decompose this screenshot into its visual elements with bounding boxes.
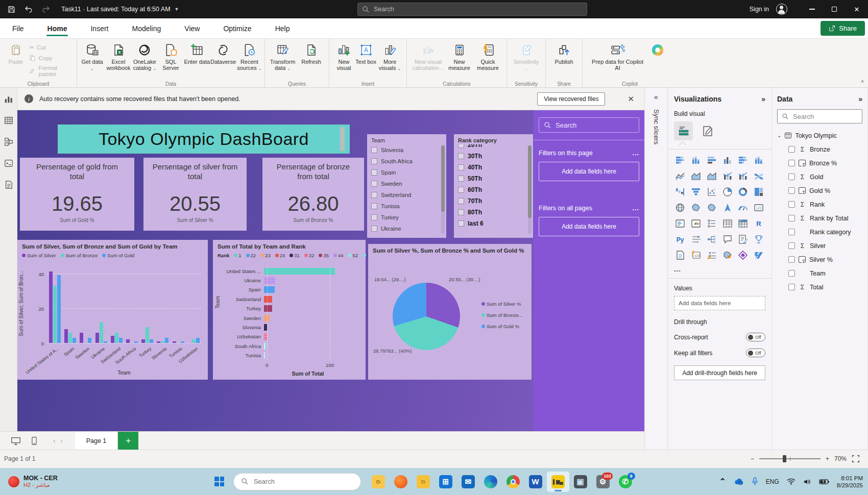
desktop-layout-icon[interactable] bbox=[9, 434, 22, 448]
clustered-bar-chart-icon[interactable] bbox=[706, 154, 718, 166]
document-title[interactable]: Task11 · Last saved: Today at 6:50 AM bbox=[61, 6, 171, 13]
paginated-report-icon[interactable] bbox=[674, 249, 686, 261]
checkbox[interactable] bbox=[371, 181, 377, 187]
ribbon-chart-icon[interactable] bbox=[753, 170, 765, 182]
checkbox[interactable] bbox=[458, 164, 464, 170]
maximize-button[interactable] bbox=[823, 0, 846, 18]
bar[interactable] bbox=[181, 341, 184, 343]
wifi-icon[interactable] bbox=[787, 478, 795, 485]
bar[interactable] bbox=[68, 333, 72, 343]
legend-item[interactable]: 32 bbox=[304, 253, 315, 258]
scrollbar[interactable] bbox=[441, 145, 445, 234]
filled-map-icon[interactable] bbox=[690, 202, 702, 214]
rank-slicer-item[interactable]: 60Th bbox=[458, 184, 529, 195]
treemap-icon[interactable] bbox=[753, 186, 765, 198]
cross-report-toggle[interactable]: Off bbox=[746, 333, 765, 341]
filters-search-input[interactable] bbox=[556, 121, 634, 129]
bar[interactable] bbox=[264, 277, 276, 284]
collapse-ribbon-icon[interactable]: ˄ bbox=[861, 79, 864, 84]
filters-search[interactable] bbox=[539, 117, 639, 133]
quick-measure-button[interactable]: Quick measure bbox=[474, 42, 502, 71]
app-photos[interactable]: ▣ bbox=[569, 472, 592, 492]
team-slicer-item[interactable]: Turkey bbox=[371, 212, 442, 223]
bar[interactable] bbox=[196, 338, 200, 343]
menu-optimize[interactable]: Optimize bbox=[216, 20, 258, 37]
line-and-stacked-column-chart-icon[interactable] bbox=[721, 170, 734, 182]
rank-slicer-item[interactable]: 50Th bbox=[458, 173, 529, 184]
keep-all-filters-toggle[interactable]: Off bbox=[746, 349, 765, 357]
taskbar-search-input[interactable] bbox=[254, 478, 353, 485]
bar[interactable] bbox=[111, 336, 114, 343]
field-total[interactable]: ΣTotal bbox=[777, 280, 862, 294]
app-folder[interactable]: 🗀 bbox=[412, 472, 435, 492]
azure-map-icon[interactable] bbox=[721, 202, 734, 214]
more-visuals-gallery-icon[interactable]: ... bbox=[674, 265, 765, 273]
scatter-chart-icon[interactable] bbox=[706, 186, 718, 198]
scrollbar[interactable] bbox=[528, 145, 532, 234]
menu-home[interactable]: Home bbox=[40, 20, 75, 37]
python-visual-icon[interactable]: Py bbox=[674, 233, 686, 245]
add-page-button[interactable]: + bbox=[118, 432, 138, 450]
title-caret-icon[interactable]: ▼ bbox=[175, 7, 179, 12]
app-word[interactable]: W bbox=[524, 472, 547, 492]
transform-data-button[interactable]: Transform data ⌄ bbox=[269, 42, 297, 72]
app-outlook[interactable]: ✉ bbox=[457, 472, 479, 492]
map-icon[interactable] bbox=[674, 202, 686, 214]
bar[interactable] bbox=[57, 275, 61, 343]
arcgis-map-icon[interactable] bbox=[721, 249, 734, 261]
checkbox[interactable] bbox=[458, 209, 464, 215]
values-dropzone[interactable]: Add data fields here bbox=[674, 296, 765, 310]
checkbox[interactable] bbox=[371, 147, 377, 153]
filters-this-page-dropzone[interactable]: Add data fields here bbox=[539, 162, 639, 181]
bar[interactable] bbox=[264, 296, 272, 303]
card-icon[interactable]: 123 bbox=[753, 202, 765, 214]
bar[interactable] bbox=[264, 286, 275, 293]
bar[interactable] bbox=[264, 268, 335, 275]
smart-narrative-icon[interactable] bbox=[737, 233, 749, 245]
checkbox[interactable] bbox=[788, 187, 795, 194]
publish-button[interactable]: Publish bbox=[550, 42, 578, 65]
rank-slicer-item[interactable]: last 6 bbox=[458, 218, 529, 229]
100-stacked-column-chart-icon[interactable] bbox=[753, 154, 765, 166]
legend-item[interactable]: Sum of Silver % bbox=[481, 301, 523, 307]
field-bronze[interactable]: ΣBronze bbox=[777, 142, 862, 156]
language-indicator[interactable]: ENG bbox=[766, 478, 779, 485]
checkbox[interactable] bbox=[371, 169, 377, 176]
legend-item[interactable]: Sum of Silver bbox=[22, 253, 56, 258]
legend-item[interactable]: 23 bbox=[260, 253, 271, 258]
bar[interactable] bbox=[134, 341, 138, 343]
sql-server-button[interactable]: SQL Server bbox=[158, 42, 184, 71]
checkbox[interactable] bbox=[788, 242, 795, 249]
excel-workbook-button[interactable]: X Excel workbook bbox=[105, 42, 131, 71]
field-silver-[interactable]: Silver % bbox=[777, 253, 862, 266]
bar[interactable] bbox=[157, 341, 160, 343]
new-visual-button[interactable]: New visual bbox=[333, 42, 355, 71]
fit-to-page-icon[interactable] bbox=[852, 455, 860, 463]
report-view-icon[interactable] bbox=[4, 94, 14, 104]
field-rank[interactable]: ΣRank bbox=[777, 197, 862, 211]
legend-item[interactable]: Sum of Gold bbox=[102, 253, 134, 258]
multi-row-card-icon[interactable] bbox=[674, 217, 686, 230]
checkbox[interactable] bbox=[371, 214, 377, 220]
taskbar-search[interactable] bbox=[233, 473, 361, 490]
table-icon[interactable] bbox=[721, 217, 734, 230]
collapse-pane-icon[interactable]: » bbox=[761, 95, 765, 103]
checkbox[interactable] bbox=[788, 270, 795, 277]
checkbox[interactable] bbox=[788, 256, 795, 263]
checkbox[interactable] bbox=[458, 220, 464, 227]
area-chart-icon[interactable] bbox=[690, 170, 702, 182]
qa-visual-icon[interactable] bbox=[721, 233, 734, 245]
decomposition-tree-icon[interactable] bbox=[706, 233, 718, 245]
key-influencers-icon[interactable] bbox=[690, 233, 702, 245]
menu-view[interactable]: View bbox=[177, 20, 207, 37]
bar[interactable] bbox=[88, 338, 91, 343]
stacked-area-chart-icon[interactable] bbox=[706, 170, 718, 182]
checkbox[interactable] bbox=[788, 229, 795, 235]
table-view-icon[interactable] bbox=[4, 115, 14, 126]
bar[interactable] bbox=[64, 329, 68, 343]
field-rank-category[interactable]: Rank category bbox=[777, 225, 862, 239]
field-bronze-[interactable]: Bronze % bbox=[777, 156, 862, 170]
add-drill-through-dropzone[interactable]: Add drill-through fields here bbox=[674, 365, 765, 380]
checkbox[interactable] bbox=[788, 174, 795, 180]
pie-chart-visual[interactable]: Sum of Silver %, Sum of Bronze % and Sum… bbox=[368, 244, 532, 380]
